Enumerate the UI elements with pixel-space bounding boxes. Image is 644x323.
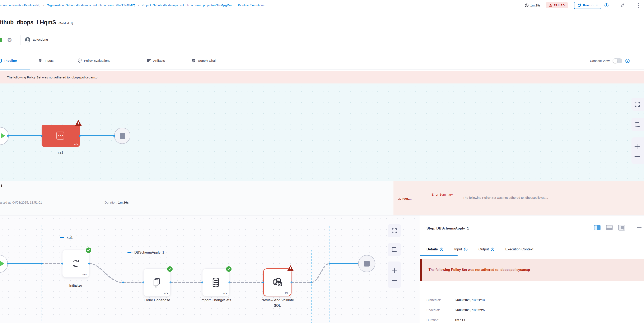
execution-info-button[interactable] <box>604 3 609 8</box>
tab-label: Pipeline <box>4 59 17 63</box>
status-badge: FAILED <box>546 2 568 8</box>
codebase-icon <box>152 277 162 287</box>
step-error-box: The following Policy Set was not adhered… <box>420 259 644 281</box>
zoom-out-button[interactable] <box>634 156 640 157</box>
zoom-controls <box>388 261 401 288</box>
connector-port <box>41 135 43 137</box>
zoom-controls <box>632 137 644 164</box>
panel-tab-details[interactable]: Details <box>426 247 444 251</box>
connector-port <box>262 281 264 283</box>
selection-tool-button[interactable] <box>388 243 401 256</box>
panel-minimize-button[interactable] <box>637 227 642 228</box>
refresh-icon <box>577 3 581 7</box>
stage-name: 1 <box>0 184 2 188</box>
failure-warning-icon <box>287 265 294 271</box>
selection-tool-button[interactable] <box>632 118 644 131</box>
step-label-initialize: Initialize <box>60 283 91 288</box>
meta-row: ⚙ autocdpng <box>0 35 167 45</box>
inputs-icon <box>38 58 43 63</box>
layout-floating-panel-button[interactable] <box>618 225 625 230</box>
detail-row-duration: Duration: 1m 11s <box>426 318 439 322</box>
title-row: ithub_dbops_LHqmS (Build Id: 1) <box>0 19 73 26</box>
gear-icon[interactable]: ⚙ <box>7 36 12 44</box>
zoom-in-button[interactable] <box>634 144 640 149</box>
collapse-group-button[interactable] <box>128 252 132 253</box>
code-badge: </> <box>74 143 78 146</box>
connector-port <box>113 135 115 137</box>
stage-graph-canvas[interactable]: </> </> cs1 <box>0 84 644 181</box>
panel-tabs: Details Input Output Execution Context <box>426 247 544 251</box>
edit-pipeline-button[interactable] <box>620 3 625 8</box>
tab-supply-chain[interactable]: Supply Chain <box>192 58 217 63</box>
zoom-out-button[interactable] <box>392 280 397 281</box>
console-view-toggle[interactable] <box>613 58 622 63</box>
tab-label: Input <box>454 247 462 251</box>
step-node-preview-validate-sql[interactable]: </> <box>263 268 292 296</box>
execution-graph-canvas[interactable]: cg1 DBSchemaApply_1 </> Initialize <box>0 215 419 323</box>
step-node-clone-codebase[interactable]: </> <box>143 268 170 296</box>
connector-port <box>88 263 90 265</box>
tab-label: Details <box>426 247 438 251</box>
zoom-in-button[interactable] <box>392 268 397 273</box>
breadcrumb-pipeline-executions[interactable]: Pipeline Executions <box>238 4 264 7</box>
connector-port <box>122 281 124 283</box>
error-summary-message: The following Policy Set was not adhered… <box>463 196 643 199</box>
connector-port <box>7 135 9 137</box>
end-node <box>358 255 375 272</box>
stage-node-cs1[interactable]: </> </> <box>42 125 80 147</box>
active-tab-underline <box>0 69 30 70</box>
code-badge: </> <box>223 292 227 294</box>
play-icon <box>0 261 4 266</box>
tab-inputs[interactable]: Inputs <box>38 58 54 63</box>
fullscreen-button[interactable] <box>388 224 401 237</box>
tab-label: Policy Evaluations <box>84 59 110 63</box>
status-strip <box>0 38 2 42</box>
build-id: (Build Id: 1) <box>58 22 73 26</box>
layout-right-panel-button[interactable] <box>594 225 600 230</box>
detail-row-ended: Ended at: 04/03/2025, 13:52:25 <box>426 308 440 312</box>
fullscreen-button[interactable] <box>632 98 644 111</box>
layout-bottom-panel-button[interactable] <box>606 225 613 230</box>
connector-port <box>79 135 81 137</box>
stage-summary-bar: 1 arted at: 04/03/2025, 13:51:01 Duratio… <box>0 181 644 215</box>
tab-label: Artifacts <box>153 59 165 63</box>
step-node-initialize[interactable]: </> <box>62 250 89 278</box>
duration-label: Duration: <box>104 201 117 204</box>
step-node-import-changesets[interactable]: </> <box>202 268 230 296</box>
panel-tab-input[interactable]: Input <box>454 247 468 251</box>
row-label: Ended at: <box>426 308 440 312</box>
stop-icon <box>364 261 370 266</box>
row-value: 04/03/2025, 13:52:25 <box>455 308 484 312</box>
breadcrumb-project[interactable]: Project: Github_db_devops_aut_db_schema_… <box>142 4 232 7</box>
duration-value: 1m 26s <box>118 201 129 204</box>
breadcrumb-organization[interactable]: Organization: Github_db_devops_aut_db_sc… <box>46 4 135 7</box>
info-icon[interactable] <box>464 247 468 251</box>
chevron-down-icon <box>596 5 598 6</box>
rerun-button[interactable]: Re-run <box>574 2 601 9</box>
list-plus-icon <box>147 58 151 63</box>
console-info-icon[interactable] <box>625 59 630 63</box>
breadcrumb-account[interactable]: count: automationPipelinesNg <box>0 4 40 7</box>
policy-violation-text: The following Policy Set was not adhered… <box>7 76 97 79</box>
tab-bar: Pipeline Inputs Policy Evaluations Artif… <box>0 53 644 70</box>
info-icon[interactable] <box>491 247 494 251</box>
connector-port <box>41 263 43 265</box>
row-label: Started at: <box>426 298 441 302</box>
stage-label: cs1 <box>48 150 73 154</box>
row-value: 1m 11s <box>455 318 465 322</box>
more-options-button[interactable] <box>638 3 639 8</box>
breadcrumb-separator: › <box>234 4 235 7</box>
collapse-group-button[interactable] <box>60 237 64 238</box>
shield-network-icon <box>192 58 196 63</box>
tab-policy-evaluations[interactable]: Policy Evaluations <box>78 58 110 63</box>
panel-tab-output[interactable]: Output <box>478 247 494 251</box>
tab-pipeline[interactable]: Pipeline <box>0 58 17 63</box>
panel-tab-execution-context[interactable]: Execution Context <box>505 247 533 251</box>
group-label-cg1: cg1 <box>60 235 73 239</box>
info-icon[interactable] <box>440 247 444 251</box>
pipeline-icon <box>0 58 2 63</box>
shield-check-icon <box>78 58 82 63</box>
divider <box>20 35 20 45</box>
tab-artifacts[interactable]: Artifacts <box>147 58 165 63</box>
database-icon <box>211 277 221 288</box>
